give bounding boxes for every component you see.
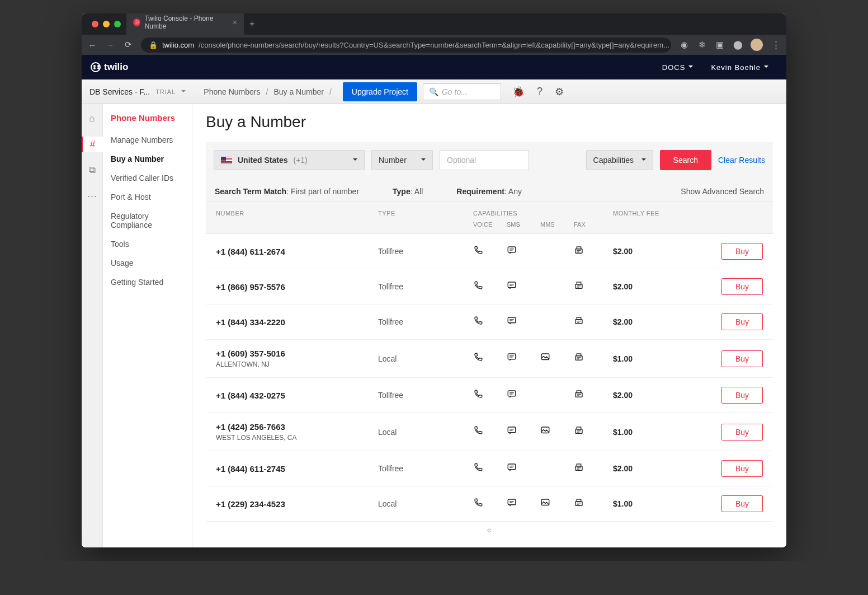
docs-label: DOCS	[662, 63, 686, 72]
sidebar-title[interactable]: Phone Numbers	[103, 113, 192, 130]
buy-button[interactable]: Buy	[721, 495, 763, 512]
address-bar[interactable]: 🔒 twilio.com/console/phone-numbers/searc…	[141, 38, 671, 53]
hash-icon[interactable]: #	[82, 137, 103, 152]
user-menu[interactable]: Kevin Boehle	[702, 63, 777, 72]
upgrade-project-button[interactable]: Upgrade Project	[343, 82, 417, 101]
buy-button[interactable]: Buy	[721, 278, 763, 295]
monthly-fee: $1.00	[613, 499, 697, 508]
breadcrumb-sep: /	[266, 87, 268, 96]
breadcrumb-item[interactable]: Buy a Number	[273, 87, 323, 96]
twilio-header: twilio DOCS Kevin Boehle	[82, 55, 786, 79]
phone-number: +1 (844) 432-0275	[216, 391, 378, 400]
match-type-select[interactable]: Number	[371, 150, 433, 170]
studio-icon[interactable]: ⧉	[82, 162, 103, 178]
number-type: Local	[378, 354, 473, 363]
clear-results-link[interactable]: Clear Results	[718, 156, 765, 165]
window-minimize-icon[interactable]	[103, 21, 110, 27]
buy-button[interactable]: Buy	[721, 313, 763, 330]
window-zoom-icon[interactable]	[114, 21, 121, 27]
fax-cap-icon	[574, 498, 613, 510]
buy-button[interactable]: Buy	[721, 350, 763, 367]
country-code: (+1)	[293, 156, 307, 165]
phone-number: +1 (844) 334-2220	[216, 317, 378, 327]
chevron-down-icon	[353, 156, 357, 165]
chrome-menu-icon[interactable]: ⋮	[771, 40, 781, 50]
tab-title: Twilio Console - Phone Numbe	[145, 15, 228, 30]
window-close-icon[interactable]	[92, 21, 98, 27]
sms-cap-icon	[507, 245, 540, 258]
country-name: United States	[238, 156, 287, 165]
buy-button[interactable]: Buy	[721, 243, 763, 260]
reload-button[interactable]: ⟳	[123, 40, 133, 50]
back-button[interactable]: ←	[87, 40, 97, 50]
fax-cap-icon	[574, 245, 613, 258]
chevron-down-icon	[641, 156, 646, 165]
match-label: Number	[379, 156, 407, 165]
phone-location: ALLENTOWN, NJ	[216, 360, 378, 368]
sidebar-item-buy[interactable]: Buy a Number	[103, 149, 192, 168]
chevron-down-icon	[688, 63, 693, 71]
meta-type-val: : All	[411, 187, 423, 196]
forward-button: →	[105, 40, 115, 50]
number-type: Tollfree	[378, 317, 473, 326]
sidebar-item-regulatory[interactable]: Regulatory Compliance	[103, 207, 192, 235]
twilio-favicon-icon: ⦾	[133, 18, 140, 26]
voice-cap-icon	[473, 245, 507, 258]
breadcrumb-item[interactable]: Phone Numbers	[204, 87, 260, 96]
phone-number: +1 (844) 611-2674	[216, 247, 378, 256]
fax-cap-icon	[574, 462, 613, 475]
more-icon[interactable]: ⋯	[82, 188, 103, 204]
sidebar-collapse-icon[interactable]: «	[206, 522, 773, 538]
subcol-sms: SMS	[507, 221, 540, 228]
profile-avatar[interactable]	[751, 39, 763, 51]
sidebar-item-getting-started[interactable]: Getting Started	[103, 273, 192, 292]
brand-label: twilio	[104, 62, 128, 73]
us-flag-icon	[221, 157, 232, 164]
sidebar-item-port[interactable]: Port & Host	[103, 188, 192, 207]
table-row: +1 (844) 611-2745 Tollfree $2.00 Buy	[206, 451, 773, 486]
sidebar-item-tools[interactable]: Tools	[103, 235, 192, 254]
meta-req-label: Requirement	[456, 187, 504, 196]
capabilities-select[interactable]: Capabilities	[586, 150, 653, 170]
table-row: +1 (424) 256-7663 WEST LOS ANGELES, CA L…	[206, 413, 773, 451]
buy-button[interactable]: Buy	[721, 424, 763, 441]
ext-icon[interactable]: ⬤	[733, 40, 743, 50]
ext-icon[interactable]: ❄	[697, 40, 707, 50]
global-search-input[interactable]: 🔍 Go to...	[423, 83, 501, 100]
buy-button[interactable]: Buy	[721, 460, 763, 477]
mms-cap-icon	[540, 425, 574, 438]
help-icon[interactable]: ?	[537, 86, 542, 97]
col-fee: Monthly Fee	[613, 210, 697, 217]
search-placeholder: Go to...	[442, 87, 468, 96]
settings-gear-icon[interactable]: ⚙	[555, 86, 564, 98]
new-tab-button[interactable]: +	[244, 15, 260, 34]
number-type: Local	[378, 428, 473, 437]
country-select[interactable]: United States (+1)	[214, 150, 365, 170]
buy-button[interactable]: Buy	[721, 387, 763, 404]
home-icon[interactable]: ⌂	[82, 111, 103, 127]
meta-match-val: : First part of number	[286, 187, 359, 196]
debug-icon[interactable]: 🐞	[512, 86, 525, 98]
sms-cap-icon	[507, 425, 540, 438]
monthly-fee: $2.00	[613, 317, 697, 326]
phone-number: +1 (609) 357-5016	[216, 349, 378, 358]
monthly-fee: $1.00	[613, 428, 697, 437]
twilio-logo[interactable]: twilio	[91, 62, 128, 73]
sidebar-item-manage[interactable]: Manage Numbers	[103, 130, 192, 149]
project-name[interactable]: DB Services - F...	[89, 87, 150, 96]
browser-tab[interactable]: ⦾ Twilio Console - Phone Numbe ×	[126, 13, 244, 35]
sidebar-item-verified[interactable]: Verified Caller IDs	[103, 168, 192, 188]
browser-tab-bar: ⦾ Twilio Console - Phone Numbe × +	[82, 13, 786, 35]
sidebar-item-usage[interactable]: Usage	[103, 254, 192, 273]
search-term-input[interactable]	[440, 150, 529, 170]
ext-icon[interactable]: ▣	[715, 40, 725, 50]
docs-menu[interactable]: DOCS	[653, 63, 702, 72]
advanced-search-link[interactable]: Show Advanced Search	[681, 187, 764, 196]
ext-icon[interactable]: ◉	[679, 40, 689, 50]
phone-number: +1 (424) 256-7663	[216, 422, 378, 432]
number-type: Local	[378, 499, 473, 508]
project-chevron-icon[interactable]	[181, 88, 186, 96]
tab-close-icon[interactable]: ×	[233, 18, 237, 27]
meta-req-val: : Any	[504, 187, 522, 196]
search-button[interactable]: Search	[660, 150, 711, 170]
